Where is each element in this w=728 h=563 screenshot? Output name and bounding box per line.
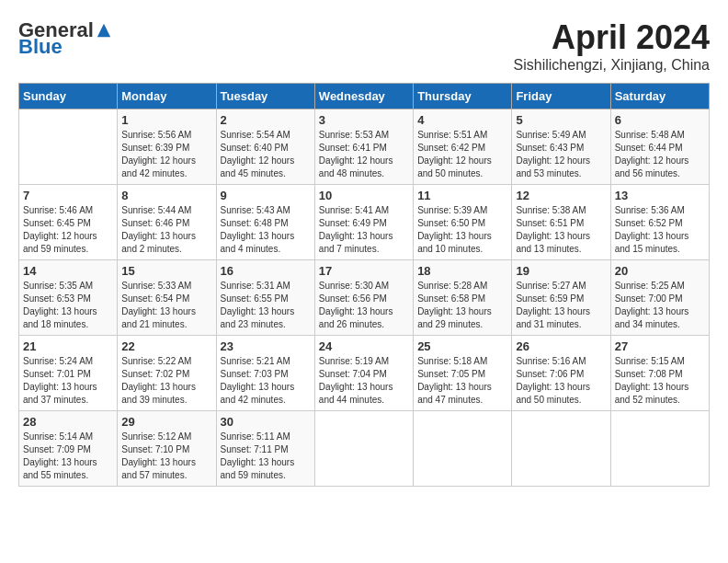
calendar-cell (414, 411, 512, 487)
cell-info: Sunrise: 5:48 AM Sunset: 6:44 PM Dayligh… (615, 129, 705, 180)
logo-icon (96, 22, 112, 39)
calendar-cell: 29Sunrise: 5:12 AM Sunset: 7:10 PM Dayli… (118, 411, 216, 487)
day-number: 19 (516, 264, 606, 278)
day-number: 26 (516, 339, 606, 353)
cell-info: Sunrise: 5:38 AM Sunset: 6:51 PM Dayligh… (516, 204, 606, 256)
calendar-cell: 3Sunrise: 5:53 AM Sunset: 6:41 PM Daylig… (314, 109, 413, 185)
cell-info: Sunrise: 5:11 AM Sunset: 7:11 PM Dayligh… (221, 431, 311, 482)
col-header-friday: Friday (512, 84, 610, 109)
col-header-sunday: Sunday (19, 84, 118, 109)
calendar-cell: 7Sunrise: 5:46 AM Sunset: 6:45 PM Daylig… (19, 185, 118, 260)
cell-info: Sunrise: 5:15 AM Sunset: 7:08 PM Dayligh… (615, 355, 705, 407)
day-number: 6 (615, 113, 705, 127)
day-number: 12 (516, 189, 606, 202)
day-number: 7 (23, 189, 113, 202)
cell-info: Sunrise: 5:53 AM Sunset: 6:41 PM Dayligh… (319, 129, 409, 180)
cell-info: Sunrise: 5:25 AM Sunset: 7:00 PM Dayligh… (615, 280, 705, 331)
day-number: 25 (417, 339, 507, 353)
calendar-cell: 6Sunrise: 5:48 AM Sunset: 6:44 PM Daylig… (610, 109, 709, 185)
day-number: 30 (221, 415, 311, 429)
calendar-cell (314, 411, 413, 487)
calendar-cell: 26Sunrise: 5:16 AM Sunset: 7:06 PM Dayli… (512, 336, 610, 411)
logo-blue-text: Blue (18, 35, 63, 59)
calendar-cell: 8Sunrise: 5:44 AM Sunset: 6:46 PM Daylig… (118, 185, 216, 260)
calendar-cell: 30Sunrise: 5:11 AM Sunset: 7:11 PM Dayli… (216, 411, 314, 487)
calendar-cell: 2Sunrise: 5:54 AM Sunset: 6:40 PM Daylig… (216, 109, 314, 185)
cell-info: Sunrise: 5:39 AM Sunset: 6:50 PM Dayligh… (417, 204, 507, 256)
day-number: 23 (221, 339, 311, 353)
day-number: 18 (417, 264, 507, 278)
calendar-cell: 27Sunrise: 5:15 AM Sunset: 7:08 PM Dayli… (610, 336, 709, 411)
calendar-row: 21Sunrise: 5:24 AM Sunset: 7:01 PM Dayli… (19, 336, 710, 411)
day-number: 14 (23, 264, 113, 278)
cell-info: Sunrise: 5:22 AM Sunset: 7:02 PM Dayligh… (121, 355, 211, 407)
calendar-cell (512, 411, 610, 487)
cell-info: Sunrise: 5:30 AM Sunset: 6:56 PM Dayligh… (319, 280, 409, 331)
day-number: 15 (121, 264, 211, 278)
day-number: 20 (615, 264, 705, 278)
day-number: 28 (23, 415, 113, 429)
main-title: April 2024 (514, 18, 710, 57)
day-number: 8 (121, 189, 211, 202)
day-number: 29 (121, 415, 211, 429)
col-header-tuesday: Tuesday (216, 84, 314, 109)
day-number: 27 (615, 339, 705, 353)
cell-info: Sunrise: 5:18 AM Sunset: 7:05 PM Dayligh… (417, 355, 507, 407)
calendar-cell: 15Sunrise: 5:33 AM Sunset: 6:54 PM Dayli… (118, 260, 216, 336)
calendar-cell (19, 109, 118, 185)
cell-info: Sunrise: 5:31 AM Sunset: 6:55 PM Dayligh… (221, 280, 311, 331)
cell-info: Sunrise: 5:27 AM Sunset: 6:59 PM Dayligh… (516, 280, 606, 331)
cell-info: Sunrise: 5:24 AM Sunset: 7:01 PM Dayligh… (23, 355, 113, 407)
calendar-cell: 5Sunrise: 5:49 AM Sunset: 6:43 PM Daylig… (512, 109, 610, 185)
cell-info: Sunrise: 5:33 AM Sunset: 6:54 PM Dayligh… (121, 280, 211, 331)
logo: General Blue (18, 18, 112, 59)
calendar-cell: 10Sunrise: 5:41 AM Sunset: 6:49 PM Dayli… (314, 185, 413, 260)
day-number: 21 (23, 339, 113, 353)
subtitle: Sishilichengzi, Xinjiang, China (514, 57, 710, 74)
calendar-cell: 24Sunrise: 5:19 AM Sunset: 7:04 PM Dayli… (314, 336, 413, 411)
calendar-cell: 19Sunrise: 5:27 AM Sunset: 6:59 PM Dayli… (512, 260, 610, 336)
day-number: 5 (516, 113, 606, 127)
calendar-cell: 20Sunrise: 5:25 AM Sunset: 7:00 PM Dayli… (610, 260, 709, 336)
day-number: 9 (221, 189, 311, 202)
calendar-cell: 12Sunrise: 5:38 AM Sunset: 6:51 PM Dayli… (512, 185, 610, 260)
cell-info: Sunrise: 5:19 AM Sunset: 7:04 PM Dayligh… (319, 355, 409, 407)
cell-info: Sunrise: 5:36 AM Sunset: 6:52 PM Dayligh… (615, 204, 705, 256)
title-block: April 2024 Sishilichengzi, Xinjiang, Chi… (514, 18, 710, 74)
day-number: 13 (615, 189, 705, 202)
calendar-cell: 28Sunrise: 5:14 AM Sunset: 7:09 PM Dayli… (19, 411, 118, 487)
col-header-monday: Monday (118, 84, 216, 109)
calendar-cell: 9Sunrise: 5:43 AM Sunset: 6:48 PM Daylig… (216, 185, 314, 260)
cell-info: Sunrise: 5:41 AM Sunset: 6:49 PM Dayligh… (319, 204, 409, 256)
cell-info: Sunrise: 5:49 AM Sunset: 6:43 PM Dayligh… (516, 129, 606, 180)
calendar-cell: 21Sunrise: 5:24 AM Sunset: 7:01 PM Dayli… (19, 336, 118, 411)
calendar-row: 7Sunrise: 5:46 AM Sunset: 6:45 PM Daylig… (19, 185, 710, 260)
calendar-cell: 17Sunrise: 5:30 AM Sunset: 6:56 PM Dayli… (314, 260, 413, 336)
cell-info: Sunrise: 5:21 AM Sunset: 7:03 PM Dayligh… (221, 355, 311, 407)
cell-info: Sunrise: 5:51 AM Sunset: 6:42 PM Dayligh… (417, 129, 507, 180)
calendar-row: 28Sunrise: 5:14 AM Sunset: 7:09 PM Dayli… (19, 411, 710, 487)
cell-info: Sunrise: 5:35 AM Sunset: 6:53 PM Dayligh… (23, 280, 113, 331)
cell-info: Sunrise: 5:14 AM Sunset: 7:09 PM Dayligh… (23, 431, 113, 482)
calendar-cell: 1Sunrise: 5:56 AM Sunset: 6:39 PM Daylig… (118, 109, 216, 185)
calendar-cell: 11Sunrise: 5:39 AM Sunset: 6:50 PM Dayli… (414, 185, 512, 260)
day-number: 24 (319, 339, 409, 353)
day-number: 22 (121, 339, 211, 353)
page: General Blue April 2024 Sishilichengzi, … (0, 0, 728, 496)
cell-info: Sunrise: 5:56 AM Sunset: 6:39 PM Dayligh… (121, 129, 211, 180)
calendar-cell: 14Sunrise: 5:35 AM Sunset: 6:53 PM Dayli… (19, 260, 118, 336)
cell-info: Sunrise: 5:12 AM Sunset: 7:10 PM Dayligh… (121, 431, 211, 482)
calendar-cell: 16Sunrise: 5:31 AM Sunset: 6:55 PM Dayli… (216, 260, 314, 336)
calendar-cell (610, 411, 709, 487)
cell-info: Sunrise: 5:28 AM Sunset: 6:58 PM Dayligh… (417, 280, 507, 331)
col-header-wednesday: Wednesday (314, 84, 413, 109)
cell-info: Sunrise: 5:16 AM Sunset: 7:06 PM Dayligh… (516, 355, 606, 407)
day-number: 3 (319, 113, 409, 127)
calendar-cell: 25Sunrise: 5:18 AM Sunset: 7:05 PM Dayli… (414, 336, 512, 411)
day-number: 11 (417, 189, 507, 202)
col-header-saturday: Saturday (610, 84, 709, 109)
calendar-cell: 23Sunrise: 5:21 AM Sunset: 7:03 PM Dayli… (216, 336, 314, 411)
cell-info: Sunrise: 5:46 AM Sunset: 6:45 PM Dayligh… (23, 204, 113, 256)
day-number: 1 (121, 113, 211, 127)
header: General Blue April 2024 Sishilichengzi, … (18, 18, 710, 74)
